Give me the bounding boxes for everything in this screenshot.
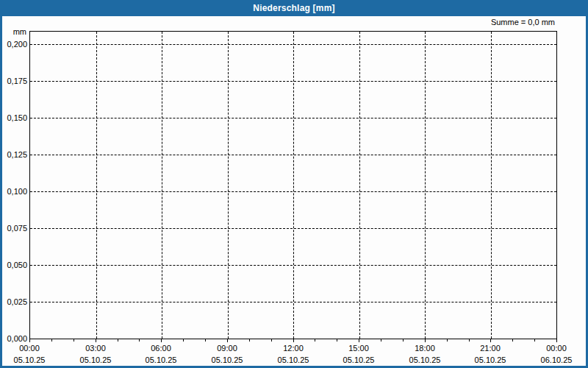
x-tick-time-label: 00:00 xyxy=(546,344,567,353)
x-axis-minor-tick xyxy=(29,339,30,342)
x-axis-minor-tick xyxy=(447,339,448,342)
x-axis-ticks xyxy=(29,339,557,343)
x-axis-minor-tick xyxy=(271,339,272,342)
v-gridline xyxy=(359,32,360,339)
x-axis-minor-tick xyxy=(425,339,426,342)
x-tick-time-label: 06:00 xyxy=(151,344,171,353)
x-tick-time-label: 12:00 xyxy=(283,344,304,353)
x-axis-minor-tick xyxy=(183,339,184,342)
x-tick-date-label: 05.10.25 xyxy=(146,355,177,364)
x-axis-minor-tick xyxy=(556,339,557,342)
x-axis-minor-tick xyxy=(161,339,162,342)
x-axis-minor-tick xyxy=(51,339,52,342)
x-axis-minor-tick xyxy=(227,339,228,342)
y-tick-label: 0,100 xyxy=(0,187,27,196)
x-tick-date-label: 05.10.25 xyxy=(80,355,112,364)
chart-title-bar: Niederschlag [mm] xyxy=(0,0,588,16)
x-tick-time-label: 21:00 xyxy=(480,344,501,353)
x-axis-minor-tick xyxy=(534,339,535,342)
v-gridline xyxy=(293,32,294,339)
x-axis-time-labels: 00:0003:0006:0009:0012:0015:0018:0021:00… xyxy=(29,344,557,354)
x-axis-minor-tick xyxy=(512,339,513,342)
x-tick-date-label: 05.10.25 xyxy=(475,355,506,364)
y-tick-label: 0,000 xyxy=(0,334,27,343)
x-tick-date-label: 05.10.25 xyxy=(343,355,375,364)
x-axis-minor-tick xyxy=(293,339,294,342)
chart-window: Niederschlag [mm] Summe = 0,0 mm mm 0,20… xyxy=(0,0,588,368)
x-axis-minor-tick xyxy=(315,339,315,342)
x-axis-minor-tick xyxy=(469,339,470,342)
x-tick-time-label: 00:00 xyxy=(19,344,40,353)
plot-area xyxy=(29,31,557,339)
v-gridline xyxy=(425,32,426,339)
v-gridline xyxy=(96,32,97,339)
v-gridline xyxy=(491,32,492,339)
x-axis-minor-tick xyxy=(139,339,140,342)
y-tick-label: 0,075 xyxy=(0,224,27,233)
x-tick-time-label: 03:00 xyxy=(85,344,106,353)
x-axis-minor-tick xyxy=(403,339,404,342)
x-axis-minor-tick xyxy=(118,339,118,342)
x-axis-minor-tick xyxy=(249,339,250,342)
x-tick-time-label: 18:00 xyxy=(415,344,435,353)
x-axis-minor-tick xyxy=(490,339,491,342)
v-gridline xyxy=(162,32,162,339)
x-tick-date-label: 05.10.25 xyxy=(278,355,309,364)
y-tick-label: 0,175 xyxy=(0,77,27,85)
x-axis-minor-tick xyxy=(337,339,337,342)
x-axis-minor-tick xyxy=(205,339,206,342)
v-gridline xyxy=(228,32,229,339)
y-tick-label: 0,050 xyxy=(0,261,27,269)
y-tick-label: 0,025 xyxy=(0,297,27,306)
y-tick-label: 0,150 xyxy=(0,113,27,122)
y-tick-label: 0,200 xyxy=(0,40,27,49)
y-axis-labels: 0,2000,1750,1500,1250,1000,0750,0500,025… xyxy=(0,31,27,339)
sum-annotation: Summe = 0,0 mm xyxy=(0,18,555,26)
x-axis-minor-tick xyxy=(359,339,359,342)
x-tick-date-label: 05.10.25 xyxy=(409,355,441,364)
x-axis-date-labels: 05.10.2505.10.2505.10.2505.10.2505.10.25… xyxy=(29,355,557,366)
x-axis-minor-tick xyxy=(74,339,74,342)
x-axis-minor-tick xyxy=(96,339,96,342)
x-tick-date-label: 05.10.25 xyxy=(14,355,46,364)
x-tick-date-label: 06.10.25 xyxy=(541,355,573,364)
x-axis-minor-tick xyxy=(381,339,381,342)
x-tick-date-label: 05.10.25 xyxy=(212,355,243,364)
x-tick-time-label: 09:00 xyxy=(217,344,237,353)
y-tick-label: 0,125 xyxy=(0,150,27,159)
x-tick-time-label: 15:00 xyxy=(348,344,369,353)
